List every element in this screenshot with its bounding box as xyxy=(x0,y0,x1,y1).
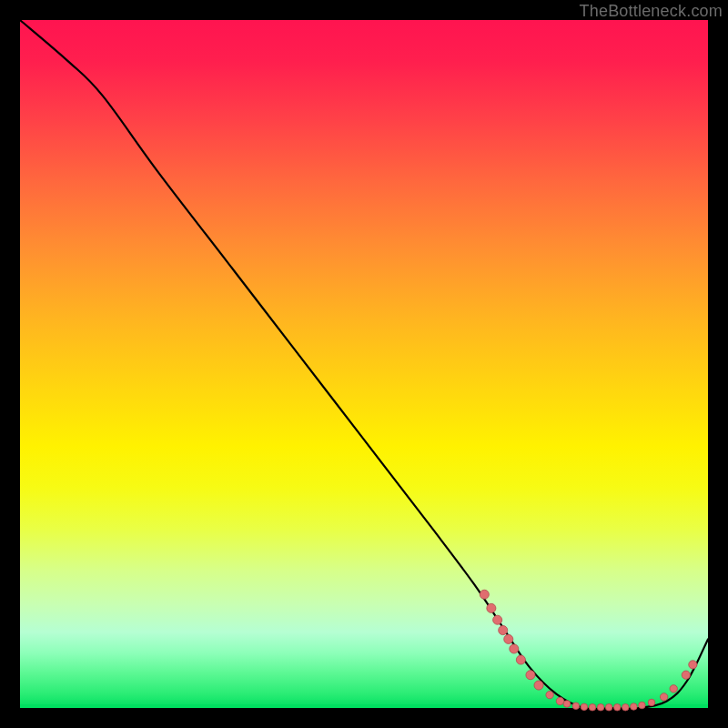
data-marker xyxy=(510,644,519,653)
data-marker xyxy=(526,671,535,680)
data-marker xyxy=(493,615,502,624)
data-marker xyxy=(546,691,553,698)
data-marker xyxy=(605,703,612,711)
data-marker xyxy=(660,693,667,701)
data-marker xyxy=(534,681,543,690)
data-marker xyxy=(556,697,563,704)
data-marker xyxy=(504,634,513,643)
data-marker xyxy=(563,701,571,708)
data-marker xyxy=(499,626,508,635)
marker-layer xyxy=(480,590,697,711)
data-marker xyxy=(648,699,655,706)
data-marker xyxy=(589,703,596,711)
data-marker xyxy=(622,703,630,711)
data-marker xyxy=(613,703,621,711)
watermark-text: TheBottleneck.com xyxy=(580,2,723,21)
data-marker xyxy=(581,703,588,711)
data-marker xyxy=(689,661,697,669)
data-marker xyxy=(639,702,646,709)
data-marker xyxy=(670,685,677,693)
chart-svg xyxy=(20,20,708,708)
data-marker xyxy=(487,603,496,612)
data-marker xyxy=(516,655,525,664)
data-marker xyxy=(480,590,489,599)
main-curve xyxy=(20,20,708,709)
curve-layer xyxy=(20,20,708,709)
data-marker xyxy=(597,703,604,711)
chart-stage: TheBottleneck.com xyxy=(0,0,728,728)
data-marker xyxy=(572,703,580,710)
data-marker xyxy=(682,671,690,679)
data-marker xyxy=(631,703,638,711)
